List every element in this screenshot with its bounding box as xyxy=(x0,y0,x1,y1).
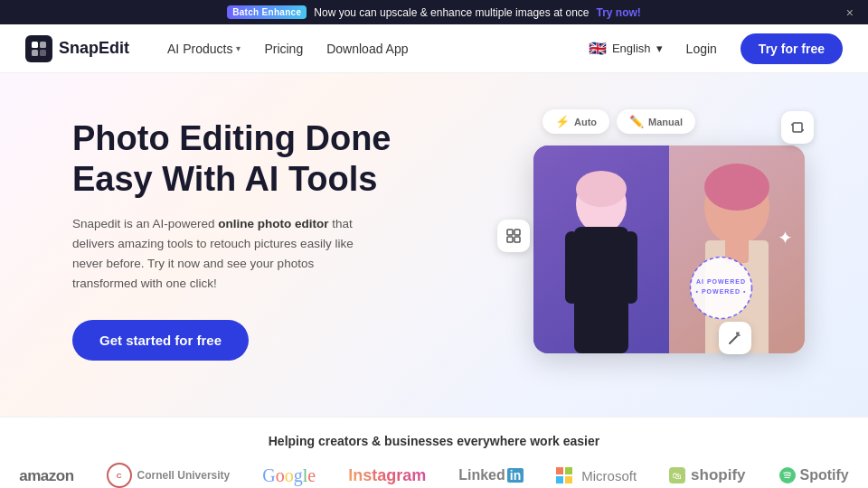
navbar: SnapEdit AI Products ▾ Pricing Download … xyxy=(0,24,868,73)
hero-description: Snapedit is an AI-powered online photo e… xyxy=(72,214,380,295)
microsoft-grid-icon xyxy=(556,467,572,483)
svg-rect-16 xyxy=(624,231,637,304)
linkedin-in-badge: in xyxy=(507,468,524,483)
svg-rect-4 xyxy=(507,230,513,235)
logos-headline: Helping creators & businesses everywhere… xyxy=(0,434,868,448)
svg-rect-7 xyxy=(514,237,520,242)
svg-rect-1 xyxy=(40,42,46,48)
auto-tab[interactable]: ⚡ Auto xyxy=(542,109,609,134)
login-button[interactable]: Login xyxy=(677,36,726,61)
nav-pricing[interactable]: Pricing xyxy=(255,36,312,61)
amazon-logo: amazon xyxy=(19,466,73,485)
instagram-logo: Instagram xyxy=(348,466,426,485)
shopify-bag-icon: 🛍 xyxy=(669,467,685,483)
svg-rect-0 xyxy=(32,42,38,48)
logos-row: amazon C Cornell University Google Insta… xyxy=(0,463,868,488)
cornell-text: Cornell University xyxy=(137,469,231,482)
hero-image-mockup: ⚡ Auto ✏️ Manual xyxy=(452,100,814,389)
hero-title: Photo Editing Done Easy With AI Tools xyxy=(72,118,452,200)
google-logo: Google xyxy=(262,465,316,486)
spotify-icon xyxy=(778,466,797,484)
try-free-button[interactable]: Try for free xyxy=(741,33,843,64)
batch-enhance-badge: Batch Enhance xyxy=(227,5,307,19)
nav-download[interactable]: Download App xyxy=(317,36,417,61)
svg-rect-15 xyxy=(565,231,579,304)
photo-mockup: ⚡ Auto ✏️ Manual xyxy=(488,100,832,371)
svg-rect-14 xyxy=(574,227,628,353)
try-now-link[interactable]: Try now! xyxy=(597,6,641,19)
hero-left: Photo Editing Done Easy With AI Tools Sn… xyxy=(72,109,452,361)
nav-right: 🇬🇧 English ▾ Login Try for free xyxy=(589,33,843,64)
language-selector[interactable]: 🇬🇧 English ▾ xyxy=(589,40,663,57)
svg-point-13 xyxy=(576,171,627,207)
logo[interactable]: SnapEdit xyxy=(25,35,129,62)
svg-text:AI POWERED: AI POWERED xyxy=(696,278,746,285)
microsoft-logo: Microsoft xyxy=(556,467,637,483)
lang-label: English xyxy=(612,42,651,55)
close-banner-button[interactable]: × xyxy=(846,5,854,20)
top-banner: Batch Enhance Now you can upscale & enha… xyxy=(0,0,868,24)
flag-icon: 🇬🇧 xyxy=(589,40,607,57)
get-started-button[interactable]: Get started for free xyxy=(72,320,249,361)
ai-powered-badge: AI POWERED • POWERED • xyxy=(687,254,755,322)
logos-section: Helping creators & businesses everywhere… xyxy=(0,417,868,488)
auto-manual-tabs: ⚡ Auto ✏️ Manual xyxy=(542,109,695,134)
linkedin-logo: Linkedin xyxy=(458,467,524,483)
magic-wand-button[interactable] xyxy=(719,322,751,354)
svg-point-19 xyxy=(704,164,769,211)
auto-icon: ⚡ xyxy=(555,115,570,128)
banner-message: Now you can upscale & enhance multiple i… xyxy=(314,6,589,19)
nav-ai-products[interactable]: AI Products ▾ xyxy=(158,36,250,61)
shopify-logo: 🛍 shopify xyxy=(669,466,745,484)
svg-rect-2 xyxy=(32,50,38,56)
svg-text:• POWERED •: • POWERED • xyxy=(696,288,747,295)
lang-chevron-icon: ▾ xyxy=(656,42,663,55)
svg-rect-3 xyxy=(40,50,46,56)
manual-icon: ✏️ xyxy=(629,115,644,128)
cornell-seal: C xyxy=(107,463,132,488)
manual-tab[interactable]: ✏️ Manual xyxy=(617,109,695,134)
svg-line-25 xyxy=(730,336,737,343)
svg-rect-5 xyxy=(514,230,520,235)
logo-text: SnapEdit xyxy=(59,39,129,58)
sparkle-icon: ✦ xyxy=(778,227,827,299)
crop-button[interactable] xyxy=(781,111,814,144)
logo-icon xyxy=(25,35,52,62)
image-panels xyxy=(533,145,805,353)
svg-rect-6 xyxy=(507,237,513,242)
expand-left-button[interactable] xyxy=(497,220,530,252)
hero-section: Photo Editing Done Easy With AI Tools Sn… xyxy=(0,73,868,417)
spotify-logo: Spotify xyxy=(778,466,849,484)
svg-line-28 xyxy=(738,333,739,334)
chevron-down-icon: ▾ xyxy=(236,43,241,53)
panel-before xyxy=(533,145,669,353)
cornell-logo: C Cornell University xyxy=(107,463,231,488)
nav-links: AI Products ▾ Pricing Download App xyxy=(158,36,560,61)
svg-rect-8 xyxy=(793,123,802,132)
